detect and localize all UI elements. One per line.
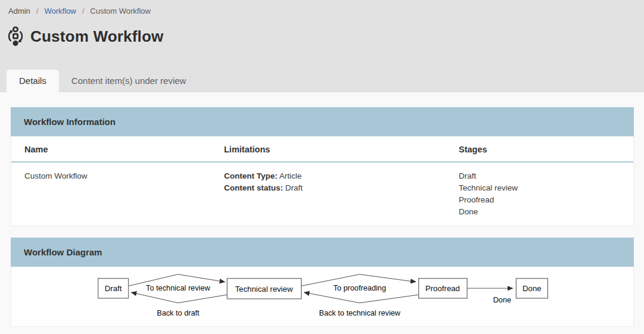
breadcrumb: Admin / Workflow / Custom Workflow xyxy=(8,7,644,15)
main-content: Workflow Information Name Limitations St… xyxy=(0,92,644,327)
breadcrumb-separator: / xyxy=(82,7,85,15)
workflow-diagram-body: To technical review Back to draft To pro… xyxy=(11,267,634,327)
workflow-information-panel: Workflow Information Name Limitations St… xyxy=(11,107,634,226)
workflow-diagram-canvas: To technical review Back to draft To pro… xyxy=(11,267,633,326)
edge-label-to-proofreading: To proofreading xyxy=(333,283,386,292)
edge-label-back-to-technical-review: Back to technical review xyxy=(319,308,400,317)
node-label-proofread: Proofread xyxy=(425,284,460,293)
breadcrumb-item-current: Custom Workflow xyxy=(90,7,151,15)
stage-item-done: Done xyxy=(459,206,620,218)
tab-bar: Details Content item(s) under review xyxy=(7,70,198,92)
edge-back-to-technical-review xyxy=(304,292,419,303)
column-header-limitations: Limitations xyxy=(224,145,459,154)
workflow-diagram-title: Workflow Diagram xyxy=(11,238,634,267)
node-label-done: Done xyxy=(522,284,542,293)
breadcrumb-separator: / xyxy=(36,7,39,15)
workflow-information-title: Workflow Information xyxy=(11,107,634,136)
cell-stages: Draft Technical review Proofread Done xyxy=(459,170,620,218)
stage-item-draft: Draft xyxy=(459,170,620,182)
node-label-technical-review: Technical review xyxy=(235,285,293,294)
title-row: Custom Workflow xyxy=(7,26,644,47)
limitation-content-type-value: Article xyxy=(279,171,302,180)
column-header-name: Name xyxy=(24,145,224,154)
page-header: Admin / Workflow / Custom Workflow Custo… xyxy=(0,0,644,92)
cell-limitations: Content Type: Article Content status: Dr… xyxy=(224,170,459,194)
edge-label-back-to-draft: Back to draft xyxy=(157,308,200,317)
column-header-stages: Stages xyxy=(459,145,620,154)
diagram-node-proofread[interactable]: Proofread xyxy=(419,279,467,298)
breadcrumb-item-workflow-link[interactable]: Workflow xyxy=(44,7,76,15)
edge-label-done: Done xyxy=(493,295,511,304)
workflow-information-body: Name Limitations Stages Custom Workflow … xyxy=(11,136,634,226)
edge-label-to-technical-review: To technical review xyxy=(146,283,210,292)
stage-item-technical-review: Technical review xyxy=(459,182,620,194)
limitation-content-status-label: Content status: xyxy=(224,183,283,192)
diagram-node-draft[interactable]: Draft xyxy=(98,279,129,298)
workflow-diagram-panel: Workflow Diagram To technical review Bac… xyxy=(11,238,634,327)
tab-content-items-under-review[interactable]: Content item(s) under review xyxy=(59,70,199,92)
diagram-node-technical-review[interactable]: Technical review xyxy=(227,279,301,299)
limitation-content-status-value: Draft xyxy=(285,183,303,192)
node-label-draft: Draft xyxy=(105,284,122,293)
info-table-header: Name Limitations Stages xyxy=(11,136,633,163)
diagram-node-done[interactable]: Done xyxy=(516,279,547,298)
info-table-row: Custom Workflow Content Type: Article Co… xyxy=(11,163,633,226)
limitation-content-type-label: Content Type: xyxy=(224,171,278,180)
stage-item-proofread: Proofread xyxy=(459,194,620,206)
cell-workflow-name: Custom Workflow xyxy=(24,170,224,182)
breadcrumb-item-admin[interactable]: Admin xyxy=(8,7,30,15)
tab-details[interactable]: Details xyxy=(7,70,59,92)
page-title: Custom Workflow xyxy=(30,27,164,46)
edge-back-to-draft xyxy=(131,292,227,303)
workflow-icon xyxy=(7,26,24,47)
